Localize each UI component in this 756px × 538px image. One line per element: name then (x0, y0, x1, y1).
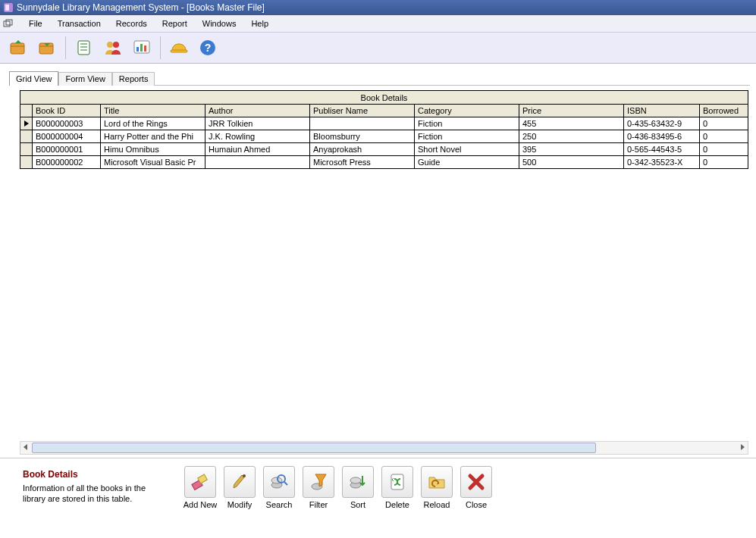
modify-button[interactable]: Modify (221, 466, 258, 509)
tab-reports[interactable]: Reports (112, 72, 155, 86)
scroll-right-arrow[interactable] (737, 442, 748, 452)
cell[interactable]: Bloomsburry (310, 130, 415, 143)
menu-file[interactable]: File (21, 17, 50, 30)
cell[interactable]: 0 (700, 156, 748, 169)
cell[interactable]: B000000002 (33, 156, 101, 169)
cell[interactable]: 500 (519, 156, 624, 169)
add-new-button[interactable]: Add New (182, 466, 218, 509)
cell[interactable]: 0-565-44543-5 (624, 143, 700, 156)
svg-point-7 (107, 42, 113, 48)
cell[interactable]: Fiction (415, 130, 519, 143)
svg-rect-4 (11, 43, 24, 54)
magnifier-icon (263, 466, 295, 498)
toolbar-separator (65, 36, 66, 59)
scroll-thumb[interactable] (32, 443, 596, 453)
cell[interactable]: JRR Tolkien (205, 117, 310, 130)
cell[interactable]: 455 (519, 117, 624, 130)
cell[interactable]: B000000004 (33, 130, 101, 143)
row-selector[interactable] (20, 156, 33, 169)
cell[interactable]: 0-436-83495-6 (624, 130, 700, 143)
content-area: Grid View Form View Reports Book Details (0, 64, 756, 455)
filter-button[interactable]: Filter (300, 466, 337, 509)
row-selector[interactable] (20, 130, 33, 143)
cell[interactable]: 0 (700, 130, 748, 143)
tab-form-view[interactable]: Form View (58, 72, 111, 86)
menu-transaction[interactable]: Transaction (50, 17, 108, 30)
col-publisher[interactable]: Publiser Name (310, 105, 415, 117)
box-in-icon[interactable] (33, 35, 61, 61)
svg-point-18 (243, 474, 246, 477)
cell[interactable] (310, 117, 415, 130)
table-row[interactable]: B000000003 Lord of the Rings JRR Tolkien… (20, 117, 748, 130)
row-selector[interactable] (20, 143, 33, 156)
menu-windows[interactable]: Windows (195, 17, 244, 30)
chart-icon[interactable] (128, 35, 155, 61)
grid-h-scrollbar[interactable] (20, 441, 748, 455)
col-book-id[interactable]: Book ID (33, 105, 101, 117)
menu-report[interactable]: Report (155, 17, 195, 30)
funnel-icon (303, 466, 334, 498)
table-row[interactable]: B000000004 Harry Potter and the Phi J.K.… (20, 130, 748, 143)
button-label: Sort (350, 500, 365, 509)
col-category[interactable]: Category (415, 105, 519, 117)
hardhat-icon[interactable] (165, 35, 193, 61)
cell[interactable]: 250 (519, 130, 624, 143)
cell[interactable]: Microsoft Visual Basic Pr (101, 156, 205, 169)
cell[interactable]: 0 (700, 143, 748, 156)
button-label: Filter (309, 500, 328, 509)
x-icon (460, 466, 492, 498)
svg-rect-2 (4, 21, 10, 27)
col-borrowed[interactable]: Borrowed (700, 105, 748, 117)
mdi-restore-icon[interactable] (3, 19, 17, 28)
close-button[interactable]: Close (458, 466, 494, 509)
menu-records[interactable]: Records (108, 17, 155, 30)
tabstrip: Grid View Form View Reports (9, 70, 750, 85)
tab-grid-view[interactable]: Grid View (9, 71, 58, 86)
titlebar: Sunnydale Library Management System - [B… (0, 0, 756, 15)
row-selector-current[interactable] (20, 117, 33, 130)
cell[interactable]: Lord of the Rings (101, 117, 205, 130)
cell[interactable]: B000000001 (33, 143, 101, 156)
table-row[interactable]: B000000002 Microsoft Visual Basic Pr Mic… (20, 156, 748, 169)
table-row[interactable]: B000000001 Himu Omnibus Humaiun Ahmed An… (20, 143, 748, 156)
col-isbn[interactable]: ISBN (624, 105, 700, 117)
cell[interactable]: 0-342-35523-X (624, 156, 700, 169)
cell[interactable]: Short Novel (415, 143, 519, 156)
scroll-left-arrow[interactable] (20, 442, 31, 452)
cell[interactable]: 0 (700, 117, 748, 130)
notebook-icon[interactable] (71, 35, 98, 61)
col-price[interactable]: Price (519, 105, 624, 117)
cell[interactable]: Microsoft Press (310, 156, 415, 169)
cell[interactable]: Harry Potter and the Phi (101, 130, 205, 143)
search-button[interactable]: Search (261, 466, 297, 509)
people-icon[interactable] (99, 35, 127, 61)
button-label: Delete (385, 500, 409, 509)
recycle-icon (381, 466, 413, 498)
col-author[interactable]: Author (205, 105, 310, 117)
box-out-icon[interactable] (5, 35, 32, 61)
sort-button[interactable]: Sort (340, 466, 376, 509)
cell[interactable]: J.K. Rowling (205, 130, 310, 143)
reload-button[interactable]: Reload (419, 466, 455, 509)
cell[interactable]: Humaiun Ahmed (205, 143, 310, 156)
cell[interactable]: Anyaprokash (310, 143, 415, 156)
app-icon (3, 2, 14, 13)
cell[interactable]: Himu Omnibus (101, 143, 205, 156)
cell[interactable]: 0-435-63432-9 (624, 117, 700, 130)
cell[interactable] (205, 156, 310, 169)
delete-button[interactable]: Delete (379, 466, 416, 509)
sort-icon (342, 466, 374, 498)
cell[interactable]: Fiction (415, 117, 519, 130)
cell[interactable]: 395 (519, 143, 624, 156)
svg-point-24 (350, 477, 361, 483)
cell[interactable]: Guide (415, 156, 519, 169)
help-icon[interactable]: ? (194, 35, 221, 61)
svg-rect-1 (5, 5, 9, 11)
books-grid[interactable]: Book ID Title Author Publiser Name Categ… (20, 104, 748, 169)
svg-text:?: ? (205, 42, 212, 54)
col-title[interactable]: Title (101, 105, 205, 117)
menu-help[interactable]: Help (243, 17, 276, 30)
button-label: Modify (227, 500, 252, 509)
svg-point-8 (113, 42, 119, 48)
cell[interactable]: B000000003 (33, 117, 101, 130)
